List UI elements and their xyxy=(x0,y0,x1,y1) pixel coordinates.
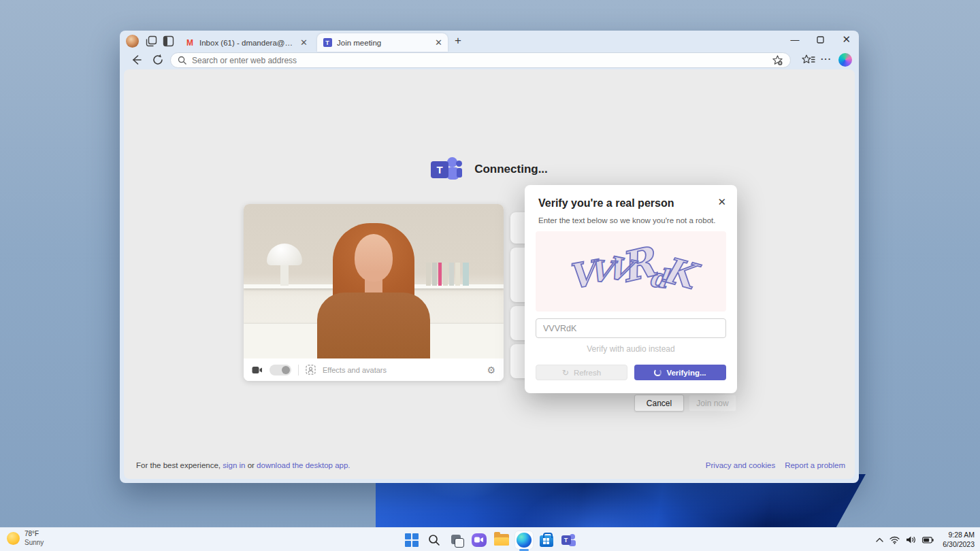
verifying-button[interactable]: Verifying... xyxy=(634,365,726,380)
teams-logo-icon: T xyxy=(431,156,462,182)
search-taskbar-icon[interactable] xyxy=(425,531,443,549)
taskbar-icons: T xyxy=(0,528,980,551)
task-view-icon[interactable] xyxy=(448,531,466,549)
tab-close-icon[interactable]: ✕ xyxy=(300,37,308,48)
hidden-icons-chevron[interactable] xyxy=(876,537,883,543)
video-preview-card: Effects and avatars ⚙ xyxy=(244,204,504,381)
search-icon xyxy=(178,56,186,65)
more-menu-icon[interactable]: ··· xyxy=(821,54,834,66)
captcha-input[interactable] xyxy=(536,318,726,338)
page-footer: For the best experience, sign in or down… xyxy=(124,461,855,475)
tab-close-icon[interactable]: ✕ xyxy=(435,37,442,48)
tab-gmail-title: Inbox (61) - dmandera@gmail.com xyxy=(199,39,295,47)
back-icon[interactable] xyxy=(129,53,143,67)
edge-taskbar-icon[interactable] xyxy=(515,531,533,549)
sign-in-link[interactable]: sign in xyxy=(223,461,245,469)
favorites-icon[interactable] xyxy=(802,54,815,66)
verify-with-audio-link[interactable]: Verify with audio instead xyxy=(525,344,737,354)
address-placeholder: Search or enter web address xyxy=(192,56,766,65)
join-now-button[interactable]: Join now xyxy=(689,395,736,412)
volume-icon[interactable] xyxy=(906,535,916,544)
add-favorite-icon[interactable] xyxy=(772,54,783,66)
chat-icon[interactable] xyxy=(470,531,488,549)
workspaces-icon[interactable] xyxy=(146,35,157,47)
dialog-title: Verify you're a real person xyxy=(538,197,674,210)
cancel-button[interactable]: Cancel xyxy=(634,395,684,412)
file-explorer-icon[interactable] xyxy=(493,531,510,549)
camera-toggle[interactable] xyxy=(270,365,291,375)
report-a-problem-link[interactable]: Report a problem xyxy=(785,461,845,469)
new-tab-button[interactable]: + xyxy=(455,34,461,48)
copilot-icon[interactable] xyxy=(838,53,852,67)
start-button[interactable] xyxy=(403,531,421,549)
teams-favicon: T xyxy=(323,38,332,48)
refresh-captcha-button[interactable]: ↻ Refresh xyxy=(536,365,627,380)
gmail-favicon: M xyxy=(185,38,195,48)
camera-preview xyxy=(244,204,504,358)
dialog-subtitle: Enter the text below so we know you're n… xyxy=(538,216,715,224)
taskbar: 78°F Sunny xyxy=(0,527,980,551)
tray-time: 9:28 AM xyxy=(943,531,975,540)
captcha-image: VVVRdK xyxy=(536,231,726,312)
captcha-dialog: Verify you're a real person ✕ Enter the … xyxy=(525,185,737,393)
desktop: M Inbox (61) - dmandera@gmail.com ✕ T Jo… xyxy=(0,0,980,551)
connecting-header: T Connecting... xyxy=(124,156,855,182)
connecting-text: Connecting... xyxy=(474,163,548,176)
spinner-icon xyxy=(654,369,662,376)
clock[interactable]: 9:28 AM 6/30/2023 xyxy=(943,531,975,549)
video-controls-bar: Effects and avatars ⚙ xyxy=(244,358,504,381)
refresh-icon[interactable] xyxy=(151,53,165,67)
wifi-icon[interactable] xyxy=(889,536,900,544)
download-desktop-app-link[interactable]: download the desktop app. xyxy=(257,461,350,469)
refresh-small-icon: ↻ xyxy=(562,369,569,377)
maximize-button[interactable] xyxy=(817,36,824,44)
tab-gmail[interactable]: M Inbox (61) - dmandera@gmail.com ✕ xyxy=(180,33,313,52)
close-window-button[interactable]: ✕ xyxy=(842,33,851,46)
profile-avatar[interactable] xyxy=(126,35,139,48)
camera-icon xyxy=(252,366,263,374)
tab-actions-icon[interactable] xyxy=(163,35,174,47)
teams-join-page: T Connecting... xyxy=(124,69,855,479)
tab-strip: M Inbox (61) - dmandera@gmail.com ✕ T Jo… xyxy=(120,31,859,52)
edge-browser-window: M Inbox (61) - dmandera@gmail.com ✕ T Jo… xyxy=(120,31,859,483)
effects-and-avatars-label[interactable]: Effects and avatars xyxy=(323,366,387,374)
browser-toolbar: Search or enter web address ··· xyxy=(120,52,859,69)
tab-join-meeting[interactable]: T Join meeting ✕ xyxy=(317,33,448,52)
footer-text: For the best experience, xyxy=(136,461,223,469)
microsoft-store-icon[interactable] xyxy=(538,531,555,549)
battery-icon[interactable] xyxy=(922,537,934,544)
device-settings-gear-icon[interactable]: ⚙ xyxy=(487,365,495,375)
teams-taskbar-icon[interactable]: T xyxy=(560,531,578,549)
tray-date: 6/30/2023 xyxy=(943,540,975,550)
system-tray: 9:28 AM 6/30/2023 xyxy=(876,528,975,551)
dialog-close-icon[interactable]: ✕ xyxy=(717,196,726,208)
window-controls: — ✕ xyxy=(790,33,851,46)
tab-join-meeting-title: Join meeting xyxy=(337,39,430,47)
address-bar[interactable]: Search or enter web address xyxy=(170,52,791,68)
privacy-and-cookies-link[interactable]: Privacy and cookies xyxy=(706,461,775,469)
effects-icon[interactable] xyxy=(306,365,316,375)
minimize-button[interactable]: — xyxy=(790,35,799,45)
